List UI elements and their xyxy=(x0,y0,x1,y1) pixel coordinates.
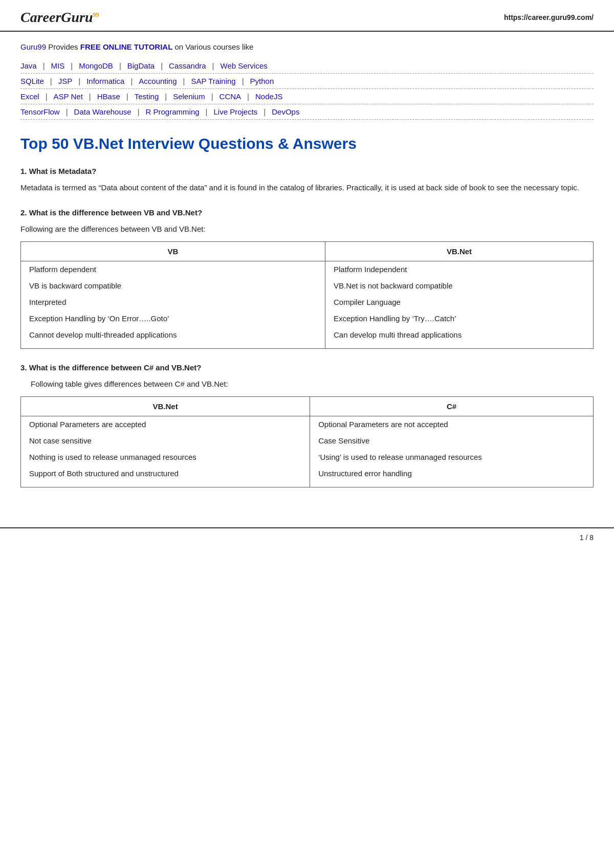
nav-sep: | xyxy=(161,61,163,70)
table-cell: VB.Net is not backward compatible xyxy=(325,278,593,294)
nav-link-testing[interactable]: Testing xyxy=(135,92,159,101)
logo-career: Career xyxy=(20,9,61,25)
nav-sep: | xyxy=(46,92,48,101)
nav-sep: | xyxy=(183,77,185,85)
question-3-answer: Following table gives differences betwee… xyxy=(20,378,594,390)
nav-row-3: Excel | ASP Net | HBase | Testing | Sele… xyxy=(20,89,594,104)
nav-sep: | xyxy=(212,61,214,70)
footer-page: 1 / 8 xyxy=(580,533,594,542)
nav-link-datawarehouse[interactable]: Data Warehouse xyxy=(74,107,131,116)
nav-sep: | xyxy=(165,92,167,101)
table2-col1-header: VB.Net xyxy=(21,397,310,416)
nav-link-devops[interactable]: DevOps xyxy=(272,107,299,116)
question-1-heading: 1. What is Metadata? xyxy=(20,167,594,175)
nav-link-tensorflow[interactable]: TensorFlow xyxy=(20,107,60,116)
vb-vbnet-table: VB VB.Net Platform dependentPlatform Ind… xyxy=(20,241,594,349)
question-2-heading: 2. What is the difference between VB and… xyxy=(20,208,594,217)
main-content: Top 50 VB.Net Interview Questions & Answ… xyxy=(0,120,614,517)
nav-link-jsp[interactable]: JSP xyxy=(58,77,73,85)
logo-guru: Guru xyxy=(61,9,93,25)
nav-sep: | xyxy=(66,107,68,116)
nav-sep: | xyxy=(264,107,266,116)
header: CareerGuru99 https://career.guru99.com/ xyxy=(0,0,614,32)
nav-sep: | xyxy=(71,61,73,70)
nav-link-webservices[interactable]: Web Services xyxy=(221,61,268,70)
nav-row-2: SQLite | JSP | Informatica | Accounting … xyxy=(20,74,594,89)
table-cell: Nothing is used to release unmanaged res… xyxy=(21,449,310,465)
nav-sep: | xyxy=(130,77,133,85)
table-row: Support of Both structured and unstructu… xyxy=(21,465,594,487)
table-cell: Interpreted xyxy=(21,294,325,310)
nav-link-excel[interactable]: Excel xyxy=(20,92,39,101)
nav-section: Guru99 Provides FREE ONLINE TUTORIAL on … xyxy=(0,32,614,120)
nav-link-nodejs[interactable]: NodeJS xyxy=(255,92,282,101)
nav-sep: | xyxy=(138,107,140,116)
table-row: Exception Handling by ‘On Error…..Goto’E… xyxy=(21,310,594,327)
question-1: 1. What is Metadata? Metadata is termed … xyxy=(20,167,594,194)
logo-sup: 99 xyxy=(93,11,99,18)
nav-sep: | xyxy=(206,107,208,116)
nav-link-hbase[interactable]: HBase xyxy=(97,92,120,101)
nav-free-text: FREE ONLINE TUTORIAL xyxy=(80,42,173,51)
nav-link-rprogramming[interactable]: R Programming xyxy=(146,107,200,116)
table2-col2-header: C# xyxy=(310,397,594,416)
nav-link-ccna[interactable]: CCNA xyxy=(220,92,242,101)
table1-col1-header: VB xyxy=(21,242,325,261)
nav-link-saptraining[interactable]: SAP Training xyxy=(191,77,235,85)
nav-link-informatica[interactable]: Informatica xyxy=(86,77,124,85)
nav-link-java[interactable]: Java xyxy=(20,61,37,70)
question-1-answer: Metadata is termed as “Data about conten… xyxy=(20,182,594,194)
table1-col2-header: VB.Net xyxy=(325,242,593,261)
nav-intro-text2: Provides xyxy=(46,42,80,51)
table-cell: Exception Handling by ‘On Error…..Goto’ xyxy=(21,310,325,327)
table-cell: Optional Parameters are accepted xyxy=(21,416,310,433)
table-cell: Compiler Language xyxy=(325,294,593,310)
vbnet-csharp-table: VB.Net C# Optional Parameters are accept… xyxy=(20,396,594,487)
table-row: Platform dependentPlatform Independent xyxy=(21,261,594,278)
nav-sep: | xyxy=(126,92,128,101)
table-cell: Case Sensitive xyxy=(310,433,594,449)
table-row: VB is backward compatibleVB.Net is not b… xyxy=(21,278,594,294)
table-cell: VB is backward compatible xyxy=(21,278,325,294)
nav-sep: | xyxy=(211,92,213,101)
nav-link-python[interactable]: Python xyxy=(250,77,274,85)
table-cell: ‘Using’ is used to release unmanaged res… xyxy=(310,449,594,465)
nav-row-4: TensorFlow | Data Warehouse | R Programm… xyxy=(20,104,594,120)
nav-link-mongodb[interactable]: MongoDB xyxy=(79,61,113,70)
question-2-answer: Following are the differences between VB… xyxy=(20,223,594,235)
table-row: Nothing is used to release unmanaged res… xyxy=(21,449,594,465)
nav-link-liveprojects[interactable]: Live Projects xyxy=(213,107,257,116)
nav-row-1: Java | MIS | MongoDB | BigData | Cassand… xyxy=(20,58,594,74)
header-url: https://career.guru99.com/ xyxy=(504,13,594,21)
table-cell: Not case sensitive xyxy=(21,433,310,449)
table-cell: Optional Parameters are not accepted xyxy=(310,416,594,433)
table-row: Cannot develop multi-threaded applicatio… xyxy=(21,327,594,349)
table-row: Not case sensitiveCase Sensitive xyxy=(21,433,594,449)
logo: CareerGuru99 xyxy=(20,9,99,26)
nav-link-cassandra[interactable]: Cassandra xyxy=(169,61,206,70)
page-title: Top 50 VB.Net Interview Questions & Answ… xyxy=(20,135,594,152)
nav-sep: | xyxy=(78,77,80,85)
nav-intro-text3: on Various courses like xyxy=(172,42,253,51)
question-3-heading: 3. What is the difference between C# and… xyxy=(20,363,594,372)
nav-link-sqlite[interactable]: SQLite xyxy=(20,77,44,85)
nav-sep: | xyxy=(43,61,45,70)
nav-sep: | xyxy=(119,61,121,70)
nav-link-aspnet[interactable]: ASP Net xyxy=(54,92,83,101)
table-cell: Support of Both structured and unstructu… xyxy=(21,465,310,487)
nav-link-accounting[interactable]: Accounting xyxy=(139,77,177,85)
nav-link-bigdata[interactable]: BigData xyxy=(127,61,155,70)
guru99-link[interactable]: Guru99 xyxy=(20,42,46,51)
nav-sep: | xyxy=(247,92,249,101)
table-row: InterpretedCompiler Language xyxy=(21,294,594,310)
nav-sep: | xyxy=(242,77,244,85)
nav-link-selenium[interactable]: Selenium xyxy=(173,92,205,101)
question-3: 3. What is the difference between C# and… xyxy=(20,363,594,487)
nav-intro: Guru99 Provides FREE ONLINE TUTORIAL on … xyxy=(20,41,594,53)
table-cell: Can develop multi thread applications xyxy=(325,327,593,349)
nav-sep: | xyxy=(50,77,52,85)
nav-sep: | xyxy=(89,92,91,101)
nav-link-mis[interactable]: MIS xyxy=(51,61,65,70)
footer: 1 / 8 xyxy=(0,527,614,547)
question-2: 2. What is the difference between VB and… xyxy=(20,208,594,349)
